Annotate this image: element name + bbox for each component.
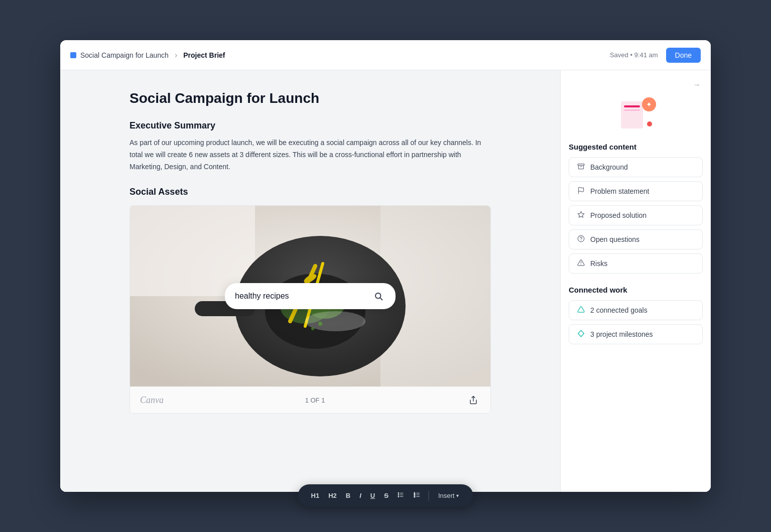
document-title: Social Campaign for Launch bbox=[130, 90, 491, 106]
svg-line-16 bbox=[380, 298, 382, 300]
svg-point-12 bbox=[305, 311, 365, 331]
strikethrough-button[interactable]: S bbox=[381, 490, 392, 501]
collapse-icon[interactable]: → bbox=[691, 78, 703, 91]
share-button[interactable] bbox=[466, 393, 480, 407]
search-overlay[interactable]: healthy recipes bbox=[225, 283, 396, 309]
canva-counter: 1 OF 1 bbox=[305, 396, 325, 404]
project-name[interactable]: Social Campaign for Launch bbox=[80, 51, 169, 59]
numbered-list-button[interactable]: 123 bbox=[411, 489, 424, 502]
suggestion-background-label: Background bbox=[590, 163, 628, 171]
sidebar: → ✦ Suggested content Background bbox=[560, 70, 711, 492]
svg-rect-18 bbox=[578, 164, 584, 166]
suggestion-problem-label: Problem statement bbox=[590, 187, 650, 195]
svg-point-28 bbox=[398, 493, 399, 494]
executive-summary-text: As part of our upcoming product launch, … bbox=[130, 137, 491, 173]
header-left: Social Campaign for Launch › Project Bri… bbox=[70, 51, 225, 60]
header: Social Campaign for Launch › Project Bri… bbox=[60, 40, 711, 70]
svg-point-14 bbox=[311, 327, 314, 330]
search-text[interactable]: healthy recipes bbox=[235, 292, 367, 301]
svg-marker-20 bbox=[578, 211, 584, 217]
bold-button[interactable]: B bbox=[343, 490, 353, 501]
triangle-icon bbox=[576, 306, 585, 315]
svg-point-30 bbox=[398, 496, 399, 497]
formatting-toolbar: H1 H2 B I U S 123 Insert ▾ bbox=[298, 484, 473, 507]
connected-work-title: Connected work bbox=[569, 286, 703, 294]
flag-icon bbox=[576, 187, 585, 196]
h1-button[interactable]: H1 bbox=[308, 490, 323, 501]
svg-text:3: 3 bbox=[414, 495, 416, 498]
suggested-content-title: Suggested content bbox=[569, 143, 703, 151]
connected-work-section: Connected work 2 connected goals 3 proje… bbox=[569, 286, 703, 344]
connected-milestones[interactable]: 3 project milestones bbox=[569, 324, 703, 344]
svg-point-13 bbox=[318, 322, 322, 326]
executive-summary-heading: Executive Summary bbox=[130, 120, 491, 131]
underline-button[interactable]: U bbox=[367, 490, 378, 501]
italic-button[interactable]: I bbox=[356, 490, 364, 501]
saved-status: Saved • 9:41 am bbox=[610, 51, 658, 59]
star-icon bbox=[576, 211, 585, 220]
svg-rect-1 bbox=[130, 206, 255, 296]
breadcrumb-separator: › bbox=[175, 51, 177, 60]
illus-doc-icon bbox=[621, 101, 643, 128]
suggestion-background[interactable]: Background bbox=[569, 157, 703, 177]
warning-icon bbox=[576, 259, 585, 268]
archive-icon bbox=[576, 163, 585, 172]
question-icon bbox=[576, 235, 585, 244]
illustration: ✦ bbox=[616, 97, 656, 132]
connected-milestones-label: 3 project milestones bbox=[590, 330, 653, 338]
diamond-icon bbox=[576, 330, 585, 339]
project-dot-icon bbox=[70, 52, 76, 58]
header-right: Saved • 9:41 am Done bbox=[610, 48, 701, 63]
canva-logo: Canva bbox=[140, 395, 164, 406]
document-content: Social Campaign for Launch Executive Sum… bbox=[130, 90, 491, 414]
bullet-list-button[interactable] bbox=[395, 489, 408, 502]
suggestion-risks[interactable]: Risks bbox=[569, 253, 703, 274]
page-name[interactable]: Project Brief bbox=[183, 51, 225, 59]
illus-star-icon: ✦ bbox=[642, 97, 656, 111]
suggestion-problem[interactable]: Problem statement bbox=[569, 181, 703, 201]
illus-dot-icon bbox=[647, 121, 652, 126]
insert-button[interactable]: Insert ▾ bbox=[434, 490, 463, 501]
suggestion-risks-label: Risks bbox=[590, 259, 607, 268]
canva-embed-card: healthy recipes Canva 1 OF bbox=[130, 205, 491, 414]
search-icon[interactable] bbox=[371, 289, 386, 303]
social-assets-heading: Social Assets bbox=[130, 187, 491, 197]
h2-button[interactable]: H2 bbox=[325, 490, 340, 501]
main-content: Social Campaign for Launch Executive Sum… bbox=[60, 70, 711, 492]
suggestion-proposed[interactable]: Proposed solution bbox=[569, 205, 703, 225]
done-button[interactable]: Done bbox=[666, 48, 701, 63]
connected-goals-label: 2 connected goals bbox=[590, 306, 648, 314]
sidebar-illustration: ✦ bbox=[569, 97, 703, 132]
canva-image-area: healthy recipes bbox=[130, 206, 490, 386]
suggestion-questions[interactable]: Open questions bbox=[569, 229, 703, 249]
svg-point-29 bbox=[398, 494, 399, 495]
app-window: Social Campaign for Launch › Project Bri… bbox=[60, 40, 711, 492]
canva-footer: Canva 1 OF 1 bbox=[130, 386, 490, 413]
suggestion-questions-label: Open questions bbox=[590, 235, 639, 243]
toolbar-divider bbox=[429, 491, 429, 501]
connected-goals[interactable]: 2 connected goals bbox=[569, 300, 703, 320]
suggestion-proposed-label: Proposed solution bbox=[590, 211, 647, 219]
sidebar-collapse-area: → bbox=[569, 78, 703, 91]
document-area: Social Campaign for Launch Executive Sum… bbox=[60, 70, 560, 492]
